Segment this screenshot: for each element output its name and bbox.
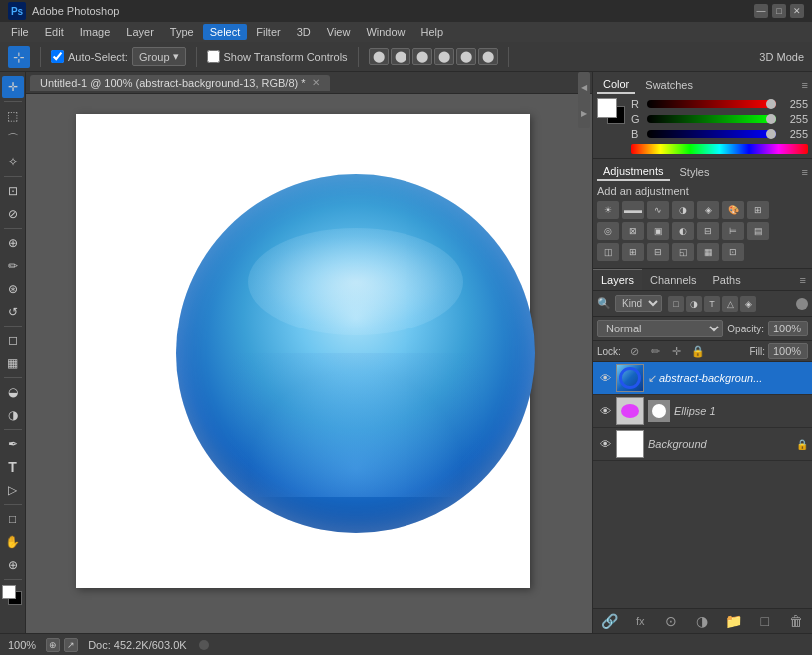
path-select-tool[interactable]: ▷	[2, 479, 24, 501]
close-button[interactable]: ✕	[790, 4, 804, 18]
fg-bg-colors[interactable]	[2, 585, 24, 607]
menu-window[interactable]: Window	[359, 24, 411, 40]
hand-tool[interactable]: ✋	[2, 531, 24, 553]
layer-vis-background[interactable]: 👁	[597, 436, 613, 452]
lock-position-btn[interactable]: ✛	[668, 343, 686, 359]
tab-paths[interactable]: Paths	[705, 270, 749, 290]
eraser-tool[interactable]: ◻	[2, 329, 24, 351]
lock-transparent-btn[interactable]: ⊘	[626, 343, 644, 359]
add-mask-btn[interactable]: ⊙	[661, 612, 681, 630]
shape-tool[interactable]: □	[2, 508, 24, 530]
tab-channels[interactable]: Channels	[642, 270, 704, 290]
filter-pixel[interactable]: □	[668, 296, 684, 312]
pen-tool[interactable]: ✒	[2, 433, 24, 455]
new-adj-layer-btn[interactable]: ◑	[692, 612, 712, 630]
tab-swatches[interactable]: Swatches	[639, 77, 699, 93]
auto-select-checkbox[interactable]	[51, 50, 64, 63]
tab-adjustments[interactable]: Adjustments	[597, 163, 670, 181]
menu-select[interactable]: Select	[203, 24, 248, 40]
colorbalance-adj[interactable]: ⊞	[747, 201, 769, 219]
menu-3d[interactable]: 3D	[290, 24, 318, 40]
kind-select[interactable]: Kind	[615, 295, 662, 312]
foreground-color[interactable]	[2, 585, 16, 599]
move-tool[interactable]: ✛	[2, 76, 24, 98]
align-right-btn[interactable]: ⬤	[412, 48, 432, 65]
fill-input[interactable]	[768, 343, 808, 359]
blur-tool[interactable]: ◒	[2, 381, 24, 403]
b-slider[interactable]	[647, 130, 776, 138]
marquee-tool[interactable]: ⬚	[2, 105, 24, 127]
lasso-tool[interactable]: ⌒	[2, 128, 24, 150]
curves-adj[interactable]: ∿	[647, 201, 669, 219]
fg-swatch[interactable]	[597, 98, 617, 118]
filter-smartobj[interactable]: ◈	[740, 296, 756, 312]
layer-row-abstract[interactable]: 👁 ↙ abstract-backgroun...	[593, 362, 812, 395]
photo-filter-adj[interactable]: ◎	[597, 222, 619, 240]
extra-adj-5[interactable]: ⊡	[722, 243, 744, 261]
group-dropdown[interactable]: Group ▾	[132, 47, 186, 66]
filter-adj-layer[interactable]: ◑	[686, 296, 702, 312]
vibrance-adj[interactable]: ◈	[697, 201, 719, 219]
tab-styles[interactable]: Styles	[674, 164, 716, 180]
menu-help[interactable]: Help	[414, 24, 451, 40]
new-layer-btn[interactable]: □	[755, 612, 775, 630]
gradient-map-adj[interactable]: ▤	[747, 222, 769, 240]
levels-adj[interactable]: ▬▬	[622, 201, 644, 219]
move-tool-btn[interactable]: ⊹	[8, 46, 30, 68]
dodge-tool[interactable]: ◑	[2, 404, 24, 426]
align-middle-btn[interactable]: ⬤	[456, 48, 476, 65]
minimize-button[interactable]: —	[754, 4, 768, 18]
menu-filter[interactable]: Filter	[249, 24, 287, 40]
crop-tool[interactable]: ⊡	[2, 180, 24, 202]
invert-adj[interactable]: ◐	[672, 222, 694, 240]
lock-image-btn[interactable]: ✏	[647, 343, 665, 359]
r-slider[interactable]	[647, 100, 776, 108]
gradient-tool[interactable]: ▦	[2, 352, 24, 374]
clone-tool[interactable]: ⊛	[2, 278, 24, 300]
layer-filter-toggle[interactable]	[796, 298, 808, 310]
colorlookup-adj[interactable]: ▣	[647, 222, 669, 240]
brightness-adj[interactable]: ☀	[597, 201, 619, 219]
align-center-btn[interactable]: ⬤	[391, 48, 410, 65]
tab-color[interactable]: Color	[597, 76, 635, 94]
eyedropper-tool[interactable]: ⊘	[2, 203, 24, 225]
new-group-btn[interactable]: 📁	[724, 612, 744, 630]
maximize-button[interactable]: □	[772, 4, 786, 18]
layer-fx-btn[interactable]: fx	[630, 612, 650, 630]
magic-wand-tool[interactable]: ✧	[2, 151, 24, 173]
fg-bg-swatch[interactable]	[597, 98, 619, 128]
layers-panel-menu[interactable]: ≡	[794, 270, 812, 290]
menu-view[interactable]: View	[320, 24, 358, 40]
posterize-adj[interactable]: ⊟	[697, 222, 719, 240]
extra-adj-1[interactable]: ⊞	[622, 243, 644, 261]
align-bottom-btn[interactable]: ⬤	[478, 48, 498, 65]
threshold-adj[interactable]: ⊨	[722, 222, 744, 240]
select-color-adj[interactable]: ◫	[597, 243, 619, 261]
layer-vis-ellipse[interactable]: 👁	[597, 403, 613, 419]
filter-type[interactable]: T	[704, 296, 720, 312]
spot-heal-tool[interactable]: ⊕	[2, 232, 24, 254]
extra-adj-3[interactable]: ◱	[672, 243, 694, 261]
menu-edit[interactable]: Edit	[38, 24, 71, 40]
menu-image[interactable]: Image	[73, 24, 118, 40]
zoom-tool[interactable]: ⊕	[2, 554, 24, 576]
layer-vis-abstract[interactable]: 👁	[597, 370, 613, 386]
adj-panel-menu[interactable]: ≡	[802, 166, 808, 178]
hsl-adj[interactable]: 🎨	[722, 201, 744, 219]
layer-row-ellipse[interactable]: 👁 Ellipse 1	[593, 395, 812, 428]
nav-btn[interactable]: ⊕	[46, 638, 60, 652]
tab-layers[interactable]: Layers	[593, 269, 642, 290]
menu-file[interactable]: File	[4, 24, 36, 40]
align-top-btn[interactable]: ⬤	[434, 48, 454, 65]
menu-type[interactable]: Type	[163, 24, 201, 40]
extra-adj-2[interactable]: ⊟	[647, 243, 669, 261]
opacity-input[interactable]	[768, 321, 808, 336]
brush-tool[interactable]: ✏	[2, 255, 24, 277]
show-transform-checkbox[interactable]	[207, 50, 220, 63]
extra-adj-4[interactable]: ▦	[697, 243, 719, 261]
right-panel-collapse-btn[interactable]: ◀	[578, 72, 590, 102]
canvas-scroll[interactable]: ▶	[26, 94, 592, 633]
export-btn[interactable]: ↗	[64, 638, 78, 652]
link-layers-btn[interactable]: 🔗	[599, 612, 619, 630]
color-panel-menu[interactable]: ≡	[802, 79, 808, 91]
